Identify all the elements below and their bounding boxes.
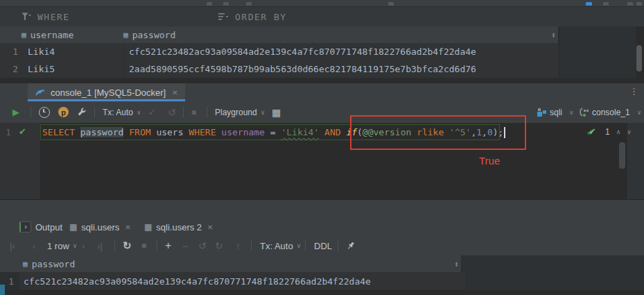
sort-toggle-icon[interactable]: ▲▼	[455, 261, 458, 267]
tab-sqli-users-2[interactable]: ▦ sqli.users 2 ✕	[144, 218, 213, 236]
settings-button[interactable]	[76, 101, 87, 123]
cell-username[interactable]: Liki5	[23, 60, 125, 78]
tx-mode-dropdown[interactable]: Tx: Auto ∨	[260, 236, 301, 255]
cell-password[interactable]: cfc521c23482ac93a09584ad2e139c4a7fc87077…	[125, 47, 476, 57]
next-page-button[interactable]: ›	[82, 236, 85, 255]
cell-password[interactable]: 2aad5890595ccf4598b787b99ab563d0d66ec821…	[125, 64, 476, 74]
grid-corner-cell	[0, 255, 20, 272]
statement-executed-check-icon: ✔	[19, 126, 26, 137]
next-problem-icon[interactable]: ∨	[627, 128, 632, 135]
grid-empty-area	[461, 255, 644, 290]
column-icon: ▦	[123, 31, 128, 39]
grid-filter-bar: WHERE ORDER BY	[0, 7, 644, 27]
tab-console-1[interactable]: console_1 [MySQL5-Docker] ✕	[28, 83, 185, 101]
schema-selector[interactable]: sqli ∨	[537, 101, 574, 123]
execute-button[interactable]: ▶	[12, 101, 19, 123]
console-toolbar: ▶ p Tx: Auto ∨ ✓ ↺ ■ Playground ∨ ▦	[0, 101, 644, 124]
rollback-button[interactable]: ↺	[168, 101, 176, 123]
chevron-down-icon: ∨	[137, 109, 141, 116]
column-header-username[interactable]: ▦ username ▲▼	[18, 26, 127, 43]
cropped-icon	[388, 2, 394, 6]
editor-scrollbar[interactable]	[619, 142, 625, 169]
session-label: console_1	[592, 108, 630, 117]
previous-problem-icon[interactable]: ∧	[616, 128, 621, 135]
cropped-icon	[636, 2, 642, 6]
stop-button[interactable]: ■	[191, 101, 196, 123]
separator	[338, 241, 338, 251]
annotation-true-label: True	[479, 155, 500, 167]
output-layout-button[interactable]: ▦	[272, 101, 281, 123]
cropped-icon	[207, 2, 212, 6]
execution-history-button[interactable]	[39, 101, 50, 123]
tab-output[interactable]: › Output	[19, 218, 62, 236]
separator	[157, 241, 157, 251]
clock-icon	[39, 107, 50, 118]
playground-dropdown[interactable]: Playground ∨	[215, 101, 265, 123]
stop-button[interactable]: ■	[141, 236, 146, 255]
first-page-button[interactable]: |‹	[10, 236, 15, 255]
tab-label: sqli.users	[81, 222, 119, 233]
add-row-button[interactable]: +	[165, 236, 171, 255]
table-icon: ▦	[69, 224, 77, 231]
no-errors-icon: ✔✔	[586, 127, 599, 137]
tab-label: console_1 [MySQL5-Docker]	[51, 87, 166, 98]
column-header-label: username	[31, 30, 74, 40]
sql-semicolon: ;	[498, 127, 504, 137]
session-selector[interactable]: console_1 ∨	[580, 101, 641, 123]
submit-button[interactable]: ↑	[236, 236, 241, 255]
tab-label: sqli.users 2	[156, 222, 202, 233]
line-number: 1	[6, 127, 11, 137]
column-header-label: password	[132, 30, 176, 40]
chevron-down-icon: ∨	[637, 109, 642, 116]
panel-divider	[0, 199, 644, 219]
close-icon[interactable]: ✕	[207, 224, 213, 231]
where-filter[interactable]: WHERE	[21, 7, 70, 26]
close-icon[interactable]: ✕	[172, 89, 177, 96]
problems-count: 1	[605, 127, 610, 137]
table-row[interactable]: 2 Liki5 2aad5890595ccf4598b787b99ab563d0…	[0, 60, 635, 78]
reload-data-button[interactable]: ↻	[123, 236, 132, 255]
tab-label: Output	[35, 222, 62, 233]
order-by-icon	[218, 12, 229, 21]
schema-label: sqli	[550, 108, 562, 117]
console-tab-bar: console_1 [MySQL5-Docker] ✕ ⋮	[0, 83, 644, 102]
tx-label: Tx: Auto	[260, 241, 293, 251]
column-header-password[interactable]: ▦ password ▲▼	[19, 255, 462, 272]
tx-mode-dropdown[interactable]: Tx: Auto ∨	[103, 101, 141, 123]
inspection-widget[interactable]: ✔✔ 1 ∧ ∨	[586, 127, 632, 137]
output-console-icon: ›	[19, 221, 31, 233]
sql-statement[interactable]: SELECT password FROM users WHERE usernam…	[42, 126, 505, 139]
tab-sqli-users[interactable]: ▦ sqli.users ✕	[69, 218, 131, 236]
more-options-icon[interactable]: ⋮	[629, 86, 638, 96]
schema-icon	[537, 108, 546, 117]
ddl-button[interactable]: DDL	[314, 236, 332, 255]
delete-row-button[interactable]: −	[182, 236, 189, 255]
vertical-scrollbar[interactable]	[636, 45, 642, 71]
results-toolbar: |‹ ‹ 1 row ∨ › ›| ↻ ■ + − ↺ ↻ ↑ Tx: Auto…	[0, 236, 644, 256]
cell-username[interactable]: Liki4	[23, 43, 125, 60]
wrench-icon	[76, 107, 87, 117]
cropped-icon	[586, 2, 592, 6]
separator	[207, 107, 207, 117]
order-by-filter[interactable]: ORDER BY	[218, 7, 287, 26]
pin-icon	[346, 241, 356, 251]
close-icon[interactable]: ✕	[125, 224, 130, 231]
column-icon: ▦	[23, 260, 28, 268]
last-page-button[interactable]: ›|	[97, 236, 103, 255]
table-row[interactable]: 1 Liki4 cfc521c23482ac93a09584ad2e139c4a…	[0, 43, 635, 61]
column-header-password[interactable]: ▦ password ▲▼	[120, 26, 559, 43]
separator	[31, 107, 31, 117]
pin-tab-button[interactable]	[346, 236, 356, 255]
separator	[94, 107, 95, 117]
parameters-button[interactable]: p	[58, 101, 69, 123]
previous-page-button[interactable]: ‹	[33, 236, 35, 255]
revert-button[interactable]: ↻	[215, 236, 223, 255]
undo-button[interactable]: ↺	[198, 236, 207, 255]
cell-password[interactable]: cfc521c23482ac93a09584ad2e139c4a7fc87077…	[19, 272, 465, 291]
separator	[251, 241, 252, 251]
rows-label: 1 row	[47, 241, 69, 251]
database-ide-window: WHERE ORDER BY ▦ username ▲▼ ▦ password …	[0, 0, 644, 295]
commit-button[interactable]: ✓	[148, 101, 156, 123]
sort-toggle-icon[interactable]: ▲▼	[552, 32, 555, 37]
page-size-dropdown[interactable]: 1 row ∨	[47, 236, 77, 255]
